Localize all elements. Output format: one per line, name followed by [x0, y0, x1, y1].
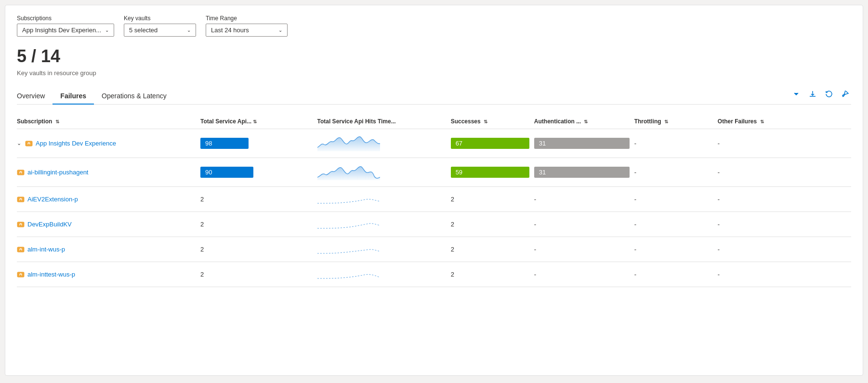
tabs-row: Overview Failures Operations & Latency: [17, 88, 851, 105]
summary-count: 5 / 14: [17, 46, 851, 66]
subscriptions-chevron-icon: ⌄: [105, 27, 109, 33]
failures-table: Subscription ⇅ Total Service Api...⇅ Tot…: [17, 114, 851, 287]
col-header-total-api[interactable]: Total Service Api...⇅: [200, 114, 317, 129]
timerange-filter-group: Time Range Last 24 hours ⌄: [206, 15, 288, 37]
svg-rect-11: [20, 225, 21, 226]
table-row: AiEV2Extension-p 2 2 - - -: [17, 187, 851, 212]
col-header-subscription[interactable]: Subscription ⇅: [17, 114, 200, 129]
total-api-bar-ai-billingint: 90: [200, 167, 253, 178]
table-row: alm-int-wus-p 2 2 - - -: [17, 237, 851, 262]
col-header-throttling[interactable]: Throttling ⇅: [634, 114, 718, 129]
timechart-cell-aiev2: [317, 187, 451, 212]
subscription-link-app-insights[interactable]: App Insights Dev Experience: [36, 140, 116, 147]
throttling-cell-alm-inttest: -: [634, 262, 718, 287]
auth-cell-alm-int: -: [534, 237, 634, 262]
col-header-timechart: Total Service Api Hits Time...: [317, 114, 451, 129]
auth-cell-alm-inttest: -: [534, 262, 634, 287]
subscription-name-alm-inttest: alm-inttest-wus-p: [17, 271, 196, 278]
col-header-auth[interactable]: Authentication ... ⇅: [534, 114, 634, 129]
timerange-label: Time Range: [206, 15, 288, 22]
table-row: alm-inttest-wus-p 2 2 - - -: [17, 262, 851, 287]
total-api-cell-alm-inttest: 2: [200, 262, 317, 287]
timechart-cell-alm-int: [317, 237, 451, 262]
keyvault-icon: [25, 140, 33, 147]
sparkline-aiev2: [317, 192, 380, 205]
col-header-successes[interactable]: Successes ⇅: [451, 114, 534, 129]
subscription-link-devexpbuild[interactable]: DevExpBuildKV: [27, 221, 72, 228]
refresh-button[interactable]: [823, 89, 835, 101]
keyvault-icon: [17, 169, 25, 176]
auth-cell-app-insights: 31: [534, 129, 634, 158]
throttling-cell-ai-billingint: -: [634, 158, 718, 187]
main-container: Subscriptions App Insights Dev Experien.…: [5, 5, 863, 376]
tab-actions: [790, 89, 851, 104]
keyvault-icon: [17, 271, 25, 278]
total-api-cell-alm-int: 2: [200, 237, 317, 262]
summary-label: Key vaults in resource group: [17, 69, 851, 77]
subscription-link-ai-billingint[interactable]: ai-billingint-pushagent: [27, 169, 88, 176]
successes-cell-devexpbuild: 2: [451, 212, 534, 237]
successes-cell-ai-billingint: 59: [451, 158, 534, 187]
auth-cell-ai-billingint: 31: [534, 158, 634, 187]
sort-icon-total-api: ⇅: [253, 119, 257, 124]
successes-cell-aiev2: 2: [451, 187, 534, 212]
tab-operations-latency[interactable]: Operations & Latency: [94, 88, 174, 105]
svg-rect-14: [20, 250, 21, 251]
svg-rect-17: [20, 275, 21, 276]
timechart-cell-app-insights: [317, 129, 451, 158]
keyvaults-dropdown[interactable]: 5 selected ⌄: [124, 24, 196, 37]
sort-icon-subscription: ⇅: [55, 119, 59, 124]
successes-bar-ai-billingint: 59: [451, 167, 529, 178]
table-row: ⌄ App Insights Dev Experience 98: [17, 129, 851, 158]
sort-icon-throttling: ⇅: [664, 119, 668, 124]
keyvaults-chevron-icon: ⌄: [187, 27, 191, 33]
other-failures-cell-app-insights: -: [718, 129, 851, 158]
throttling-cell-app-insights: -: [634, 129, 718, 158]
successes-bar-app-insights: 67: [451, 138, 529, 149]
sparkline-devexpbuild: [317, 217, 380, 230]
keyvaults-label: Key vaults: [124, 15, 196, 22]
subscriptions-dropdown[interactable]: App Insights Dev Experien... ⌄: [17, 24, 114, 37]
subscription-link-alm-inttest[interactable]: alm-inttest-wus-p: [27, 271, 75, 278]
table-row: ai-billingint-pushagent 90: [17, 158, 851, 187]
throttling-cell-alm-int: -: [634, 237, 718, 262]
sparkline-ai-billingint: [317, 163, 380, 180]
download-button[interactable]: [807, 89, 818, 101]
pin-button[interactable]: [840, 89, 851, 101]
timerange-dropdown[interactable]: Last 24 hours ⌄: [206, 24, 288, 37]
timechart-cell-ai-billingint: [317, 158, 451, 187]
tab-failures[interactable]: Failures: [53, 88, 94, 105]
subscriptions-label: Subscriptions: [17, 15, 114, 22]
timechart-cell-devexpbuild: [317, 212, 451, 237]
other-failures-cell-aiev2: -: [718, 187, 851, 212]
filters-row: Subscriptions App Insights Dev Experien.…: [17, 15, 851, 37]
keyvaults-value: 5 selected: [129, 26, 158, 34]
keyvault-icon: [17, 246, 25, 253]
sort-icon-auth: ⇅: [584, 119, 588, 124]
subscription-link-aiev2[interactable]: AiEV2Extension-p: [27, 196, 78, 203]
timerange-value: Last 24 hours: [211, 26, 249, 34]
collapse-icon[interactable]: ⌄: [17, 140, 21, 146]
auth-cell-devexpbuild: -: [534, 212, 634, 237]
svg-rect-5: [20, 172, 21, 174]
subscriptions-value: App Insights Dev Experien...: [22, 26, 101, 34]
keyvault-icon: [17, 221, 25, 228]
subscription-name-ai-billingint: ai-billingint-pushagent: [17, 169, 196, 176]
keyvaults-filter-group: Key vaults 5 selected ⌄: [124, 15, 196, 37]
auth-cell-aiev2: -: [534, 187, 634, 212]
other-failures-cell-alm-inttest: -: [718, 262, 851, 287]
auth-bar-ai-billingint: 31: [534, 167, 630, 178]
col-header-other-failures[interactable]: Other Failures ⇅: [718, 114, 851, 129]
subscription-name-devexpbuild: DevExpBuildKV: [17, 221, 196, 228]
subscriptions-filter-group: Subscriptions App Insights Dev Experien.…: [17, 15, 114, 37]
total-api-cell-ai-billingint: 90: [200, 158, 317, 187]
expand-button[interactable]: [790, 89, 802, 101]
subscription-name-app-insights: ⌄ App Insights Dev Experience: [17, 140, 196, 147]
other-failures-cell-alm-int: -: [718, 237, 851, 262]
subscription-link-alm-int[interactable]: alm-int-wus-p: [27, 246, 65, 253]
tab-overview[interactable]: Overview: [17, 88, 53, 105]
svg-rect-2: [28, 144, 29, 145]
sparkline-app-insights: [317, 134, 380, 151]
auth-bar-app-insights: 31: [534, 138, 630, 149]
sparkline-alm-inttest: [317, 267, 380, 280]
